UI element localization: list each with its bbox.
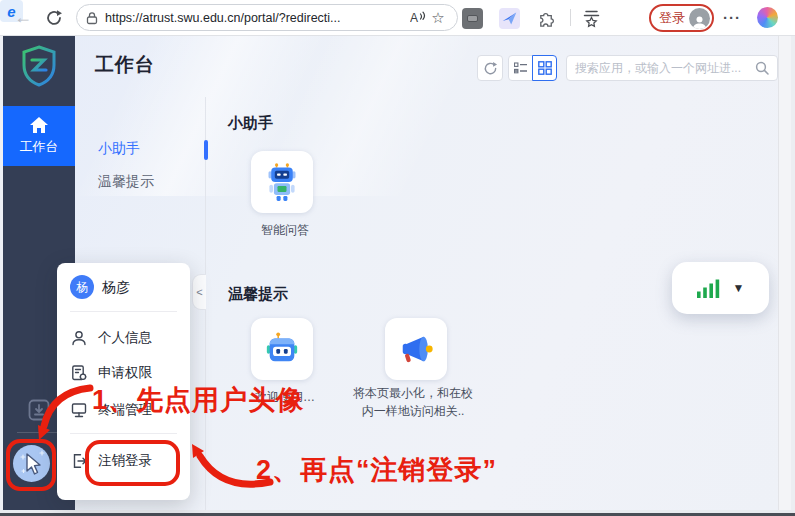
annotation-step1: 1、先点用户头像	[92, 382, 304, 418]
menu-item-label: 申请权限	[98, 364, 152, 382]
briefcase-extension-icon[interactable]	[462, 8, 483, 29]
search-input[interactable]	[575, 61, 755, 75]
list-view-icon	[514, 62, 528, 75]
grid-view-icon	[538, 61, 552, 75]
favorite-star-button[interactable]: ☆	[428, 8, 448, 28]
list-view-button[interactable]	[508, 55, 533, 81]
address-bar[interactable]: https://atrust.swu.edu.cn/portal/?redire…	[76, 4, 458, 31]
menu-item-label: 个人信息	[98, 329, 152, 347]
refresh-icon	[45, 9, 63, 27]
read-aloud-button[interactable]: A	[408, 8, 428, 28]
sidebar-item-workbench[interactable]: 工作台	[3, 106, 75, 166]
window-border-right	[791, 36, 795, 510]
browser-window: ← https://atrust.swu.edu.cn/portal/?redi…	[0, 0, 795, 516]
annotation-arrow-to-avatar	[18, 382, 103, 450]
atrust-logo	[21, 45, 57, 91]
signal-bars-icon	[697, 279, 720, 298]
menu-item-personal-info[interactable]: 个人信息	[70, 321, 180, 355]
chevron-left-icon: <	[196, 286, 202, 298]
url-text: https://atrust.swu.edu.cn/portal/?redire…	[105, 11, 408, 25]
back-button[interactable]: ←	[12, 6, 34, 28]
page-scrollbar[interactable]	[778, 36, 791, 510]
favorites-collections-icon[interactable]	[581, 8, 602, 29]
document-gear-icon	[70, 364, 88, 382]
subnav-active-indicator	[204, 140, 208, 160]
robot-head-icon	[263, 331, 301, 367]
extensions-puzzle-icon[interactable]	[536, 8, 557, 29]
profile-avatar-icon	[689, 8, 710, 29]
annotation-step2: 2、再点“注销登录”	[256, 452, 497, 488]
read-aloud-icon: A	[410, 10, 426, 25]
search-box[interactable]	[566, 55, 778, 81]
menu-divider	[70, 311, 177, 312]
refresh-button[interactable]	[43, 7, 65, 29]
refresh-apps-icon	[483, 61, 498, 76]
login-button[interactable]: 登录	[649, 4, 714, 32]
grid-view-button[interactable]	[532, 55, 557, 81]
subnav-item-assistant[interactable]: 小助手	[98, 140, 140, 158]
annotation-arrow-to-logout	[178, 436, 278, 494]
puzzle-glyph	[537, 9, 556, 28]
lock-icon	[86, 11, 98, 25]
menu-username: 杨彦	[102, 279, 130, 297]
browser-menu-button[interactable]: ···	[720, 5, 744, 29]
svg-text:A: A	[410, 11, 418, 25]
search-icon	[755, 61, 769, 75]
app-label-qa: 智能问答	[223, 221, 347, 239]
bird-extension-icon[interactable]	[499, 8, 520, 29]
apps-refresh-button[interactable]	[477, 55, 503, 81]
tip-card-welcome[interactable]	[251, 318, 313, 380]
copilot-icon[interactable]	[757, 7, 778, 28]
browser-toolbar: ← https://atrust.swu.edu.cn/portal/?redi…	[0, 0, 795, 36]
caret-down-icon: ▼	[733, 281, 745, 295]
workbench-label: 工作台	[20, 138, 59, 156]
briefcase-glyph	[467, 15, 478, 22]
home-icon	[29, 116, 49, 134]
subnav-item-tips[interactable]: 温馨提示	[98, 173, 154, 191]
menu-avatar: 杨	[70, 275, 94, 299]
bird-glyph	[501, 10, 518, 27]
tips-section-heading: 温馨提示	[228, 285, 288, 304]
collections-glyph	[581, 9, 602, 28]
app-card-qa-robot[interactable]	[251, 151, 313, 213]
robot-icon	[264, 161, 300, 203]
tip-label-minimize: 将本页最小化，和在校内一样地访问相关..	[351, 384, 475, 420]
tip-card-minimize[interactable]	[385, 318, 447, 380]
login-label: 登录	[659, 9, 685, 27]
collapse-panel-button[interactable]: <	[192, 274, 206, 310]
toolbar-divider	[570, 9, 571, 26]
megaphone-icon	[397, 331, 435, 367]
network-status-widget[interactable]: ▼	[672, 262, 769, 314]
assistant-section-heading: 小助手	[228, 114, 273, 133]
page-title: 工作台	[95, 52, 155, 78]
person-icon	[70, 329, 88, 347]
